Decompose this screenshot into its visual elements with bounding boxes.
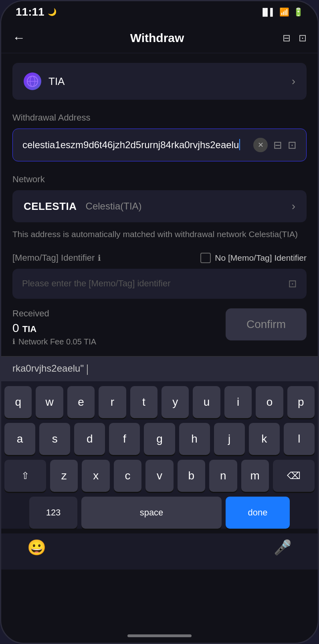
received-label: Received bbox=[12, 308, 96, 319]
key-u[interactable]: u bbox=[193, 386, 220, 418]
document-icon[interactable]: ⊡ bbox=[299, 32, 307, 44]
status-bar: 11:11 🌙 ▐▌▌ 📶 🔋 bbox=[1, 1, 318, 23]
memo-checkbox-row: No [Memo/Tag] Identifier bbox=[200, 253, 307, 263]
back-button[interactable]: ← bbox=[12, 30, 32, 45]
key-n[interactable]: n bbox=[209, 460, 237, 492]
network-fee: ℹ Network Fee 0.05 TIA bbox=[12, 337, 96, 346]
memo-placeholder: Please enter the [Memo/Tag] identifier bbox=[22, 278, 171, 289]
keyboard-row-4: 123 space done bbox=[4, 497, 315, 529]
clear-button[interactable]: ✕ bbox=[253, 138, 268, 152]
memo-label: [Memo/Tag] Identifier ℹ bbox=[12, 253, 101, 263]
no-memo-checkbox[interactable] bbox=[200, 253, 211, 263]
received-amount: 0 TIA bbox=[12, 321, 96, 335]
page-title: Withdraw bbox=[32, 31, 283, 45]
address-value: celestia1eszm9d6t46jzh2d5rurnj84rka0rvjh… bbox=[22, 139, 239, 150]
status-icons: ▐▌▌ 📶 🔋 bbox=[260, 7, 303, 17]
key-s[interactable]: s bbox=[39, 423, 70, 455]
key-t[interactable]: t bbox=[130, 386, 157, 418]
key-l[interactable]: l bbox=[284, 423, 315, 455]
delete-key[interactable]: ⌫ bbox=[273, 460, 315, 492]
status-time: 11:11 🌙 bbox=[16, 6, 57, 18]
moon-icon: 🌙 bbox=[48, 8, 57, 16]
header: ← Withdraw ⊟ ⊡ bbox=[1, 23, 318, 53]
phone-frame: 11:11 🌙 ▐▌▌ 📶 🔋 ← Withdraw ⊟ ⊡ bbox=[0, 0, 319, 644]
keyboard-row-2: a s d f g h j k l bbox=[4, 423, 315, 455]
paste-icon[interactable]: ⊟ bbox=[273, 139, 282, 151]
coin-chevron-icon: › bbox=[292, 75, 295, 88]
autocomplete-suggestion[interactable]: rka0rvjhs2eaelu" bbox=[12, 363, 84, 374]
network-selector[interactable]: CELESTIA Celestia(TIA) › bbox=[12, 190, 307, 222]
key-f[interactable]: f bbox=[109, 423, 140, 455]
address-input-container[interactable]: celestia1eszm9d6t46jzh2d5rurnj84rka0rvjh… bbox=[12, 129, 307, 161]
network-chevron-icon: › bbox=[292, 200, 295, 213]
key-d[interactable]: d bbox=[74, 423, 105, 455]
received-value: 0 bbox=[12, 321, 19, 335]
key-x[interactable]: x bbox=[82, 460, 109, 492]
network-hint: This address is automatically matched wi… bbox=[12, 228, 307, 241]
main-content: TIA › Withdrawal Address celestia1eszm9d… bbox=[1, 53, 318, 356]
scan-qr-icon[interactable]: ⊡ bbox=[288, 139, 297, 151]
key-y[interactable]: y bbox=[162, 386, 189, 418]
fee-info-icon: ℹ bbox=[12, 337, 15, 346]
network-info: CELESTIA Celestia(TIA) bbox=[24, 200, 142, 213]
key-b[interactable]: b bbox=[178, 460, 205, 492]
key-i[interactable]: i bbox=[224, 386, 252, 418]
help-icon[interactable]: ⊟ bbox=[283, 32, 291, 44]
keyboard-row-1: q w e r t y u i o p bbox=[4, 386, 315, 418]
key-e[interactable]: e bbox=[67, 386, 95, 418]
memo-label-text: [Memo/Tag] Identifier bbox=[12, 253, 95, 263]
key-j[interactable]: j bbox=[214, 423, 245, 455]
key-w[interactable]: w bbox=[36, 386, 63, 418]
key-r[interactable]: r bbox=[99, 386, 126, 418]
autocomplete-bar: rka0rvjhs2eaelu" bbox=[1, 356, 318, 382]
no-memo-label: No [Memo/Tag] Identifier bbox=[215, 253, 307, 263]
memo-header: [Memo/Tag] Identifier ℹ No [Memo/Tag] Id… bbox=[12, 253, 307, 263]
coin-selector[interactable]: TIA › bbox=[12, 63, 307, 100]
network-name: CELESTIA bbox=[24, 200, 77, 213]
key-h[interactable]: h bbox=[179, 423, 210, 455]
signal-icon: ▐▌▌ bbox=[260, 8, 275, 16]
address-input[interactable]: celestia1eszm9d6t46jzh2d5rurnj84rka0rvjh… bbox=[22, 138, 248, 152]
key-o[interactable]: o bbox=[256, 386, 283, 418]
key-g[interactable]: g bbox=[144, 423, 175, 455]
coin-name: TIA bbox=[48, 75, 65, 88]
home-indicator bbox=[127, 634, 192, 637]
key-q[interactable]: q bbox=[4, 386, 32, 418]
keyboard-row-3: ⇧ z x c v b n m ⌫ bbox=[4, 460, 315, 492]
key-v[interactable]: v bbox=[145, 460, 173, 492]
memo-scan-icon[interactable]: ⊡ bbox=[288, 278, 297, 290]
memo-input-container[interactable]: Please enter the [Memo/Tag] identifier ⊡ bbox=[12, 269, 307, 299]
network-label: Network bbox=[12, 174, 307, 185]
bottom-section: Received 0 TIA ℹ Network Fee 0.05 TIA Co… bbox=[12, 299, 307, 356]
confirm-button[interactable]: Confirm bbox=[226, 308, 307, 340]
network-subname: Celestia(TIA) bbox=[86, 201, 142, 212]
emoji-button[interactable]: 😀 bbox=[25, 536, 48, 559]
emoji-icon: 😀 bbox=[27, 539, 46, 556]
received-currency: TIA bbox=[22, 324, 36, 334]
address-label: Withdrawal Address bbox=[12, 113, 307, 123]
done-key[interactable]: done bbox=[226, 497, 290, 529]
fee-label: Network Fee 0.05 TIA bbox=[18, 337, 96, 346]
key-k[interactable]: k bbox=[249, 423, 280, 455]
header-actions: ⊟ ⊡ bbox=[283, 32, 307, 44]
numbers-key[interactable]: 123 bbox=[29, 497, 77, 529]
key-a[interactable]: a bbox=[4, 423, 35, 455]
key-p[interactable]: p bbox=[287, 386, 315, 418]
memo-info-icon: ℹ bbox=[98, 253, 101, 263]
time-display: 11:11 bbox=[16, 6, 44, 18]
received-info: Received 0 TIA ℹ Network Fee 0.05 TIA bbox=[12, 308, 96, 346]
input-actions: ✕ ⊟ ⊡ bbox=[253, 138, 297, 152]
battery-icon: 🔋 bbox=[293, 7, 303, 17]
shift-key[interactable]: ⇧ bbox=[4, 460, 46, 492]
coin-info: TIA bbox=[24, 72, 65, 90]
microphone-button[interactable]: 🎤 bbox=[271, 536, 294, 559]
bottom-bar: 😀 🎤 bbox=[1, 533, 318, 570]
keyboard: q w e r t y u i o p a s d f g h j k l ⇧ … bbox=[1, 381, 318, 529]
key-c[interactable]: c bbox=[114, 460, 141, 492]
space-key[interactable]: space bbox=[81, 497, 222, 529]
key-z[interactable]: z bbox=[50, 460, 78, 492]
text-cursor bbox=[239, 139, 240, 150]
key-m[interactable]: m bbox=[241, 460, 269, 492]
autocomplete-cursor bbox=[87, 364, 88, 375]
microphone-icon: 🎤 bbox=[274, 539, 292, 556]
